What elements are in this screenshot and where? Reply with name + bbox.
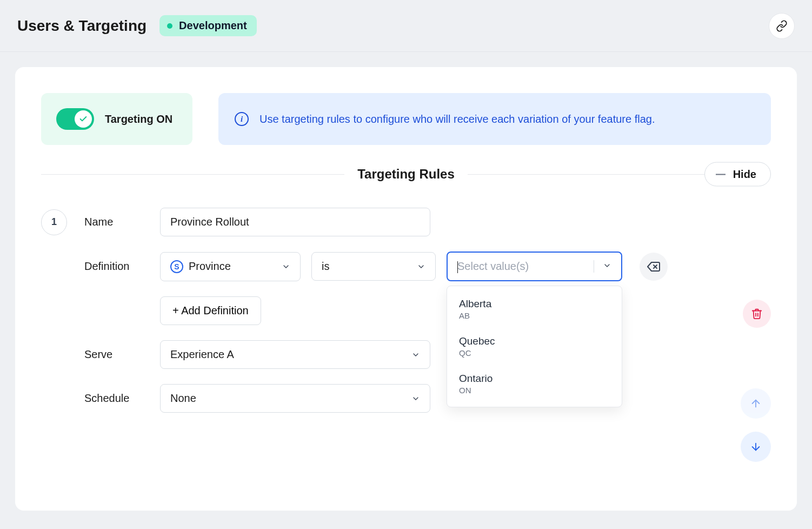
value-option[interactable]: QuebecQC [447, 328, 622, 365]
reorder-buttons [741, 388, 771, 462]
chevron-down-icon [282, 262, 290, 271]
minus-icon [716, 174, 726, 175]
delete-rule-button[interactable] [743, 300, 771, 328]
value-placeholder: Select value(s) [457, 260, 529, 273]
add-definition-button[interactable]: + Add Definition [160, 296, 261, 325]
copy-link-button[interactable] [769, 13, 795, 39]
serve-value: Experience A [170, 348, 234, 361]
schedule-row: Schedule None [84, 384, 771, 413]
targeting-toggle[interactable] [56, 108, 94, 130]
main-card: Targeting ON i Use targeting rules to co… [15, 67, 797, 511]
info-banner: i Use targeting rules to configure who w… [218, 93, 771, 145]
targeting-toggle-box: Targeting ON [41, 93, 192, 145]
trash-icon [751, 308, 763, 320]
schedule-value: None [170, 392, 196, 405]
backspace-icon [647, 260, 660, 273]
rule-name-input[interactable] [160, 208, 430, 236]
move-up-button[interactable] [741, 388, 771, 419]
info-icon: i [235, 112, 249, 126]
clear-definition-button[interactable] [640, 253, 668, 281]
top-row: Targeting ON i Use targeting rules to co… [41, 93, 771, 145]
page-title: Users & Targeting [17, 17, 147, 35]
info-text: Use targeting rules to configure who wil… [259, 113, 655, 125]
definition-label: Definition [84, 260, 160, 273]
operator-value: is [322, 260, 329, 273]
value-option-label: Quebec [459, 335, 610, 347]
string-type-icon: S [170, 260, 183, 273]
chevron-down-icon [411, 351, 420, 359]
move-down-button[interactable] [741, 432, 771, 462]
property-select[interactable]: S Province [160, 252, 301, 281]
toggle-knob [75, 110, 92, 128]
value-select[interactable]: Select value(s) [447, 252, 622, 281]
value-option[interactable]: OntarioON [447, 365, 622, 402]
targeting-toggle-label: Targeting ON [105, 113, 172, 125]
serve-select[interactable]: Experience A [160, 340, 430, 369]
definition-row: Definition S Province is Select value(s) [84, 252, 771, 281]
name-label: Name [84, 216, 160, 228]
chevron-down-icon [603, 261, 611, 270]
hide-label: Hide [733, 168, 756, 181]
value-option-code: ON [459, 386, 610, 395]
value-option[interactable]: AlbertaAB [447, 290, 622, 328]
page-header: Users & Targeting Development [0, 0, 812, 52]
chevron-down-icon [411, 394, 420, 403]
value-option-label: Alberta [459, 298, 610, 310]
rule-name-row: 1 Name [41, 208, 771, 236]
arrow-up-icon [750, 398, 762, 409]
schedule-label: Schedule [84, 392, 160, 405]
status-dot-icon [167, 23, 172, 29]
check-icon [79, 115, 88, 123]
rule-number-badge: 1 [41, 209, 67, 235]
value-option-label: Ontario [459, 373, 610, 385]
schedule-select[interactable]: None [160, 384, 430, 413]
value-option-code: AB [459, 311, 610, 320]
operator-select[interactable]: is [311, 252, 436, 281]
hide-button[interactable]: Hide [704, 162, 771, 187]
add-definition-row: + Add Definition [84, 296, 771, 325]
serve-row: Serve Experience A [84, 340, 771, 369]
section-header: Targeting Rules Hide [41, 167, 771, 182]
serve-label: Serve [84, 348, 160, 361]
property-value: Province [189, 260, 231, 273]
value-dropdown: AlbertaABQuebecQCOntarioON [447, 286, 622, 407]
value-option-code: QC [459, 348, 610, 358]
arrow-down-icon [750, 441, 762, 453]
chevron-down-icon [417, 262, 425, 271]
environment-label: Development [179, 19, 247, 32]
link-icon [776, 20, 788, 32]
section-title: Targeting Rules [344, 167, 468, 182]
environment-badge: Development [159, 15, 257, 36]
